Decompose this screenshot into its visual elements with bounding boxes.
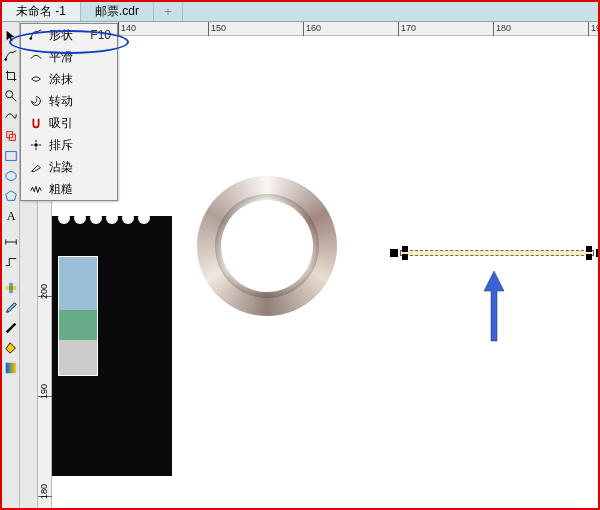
ruler-tick: 190: [591, 23, 598, 33]
flyout-smear[interactable]: 沾染: [21, 156, 117, 178]
repel-icon: [27, 138, 45, 152]
ruler-tick: 180: [39, 484, 49, 499]
svg-rect-11: [6, 363, 17, 374]
interactive-fill-tool[interactable]: [2, 358, 20, 378]
ruler-tick: 170: [401, 23, 416, 33]
flyout-attract[interactable]: 吸引: [21, 112, 117, 134]
flyout-label: 形状: [45, 27, 90, 44]
ruler-tick: 190: [39, 384, 49, 399]
tab-label: 未命名 -1: [16, 3, 66, 20]
ruler-tick: 200: [39, 284, 49, 299]
flyout-shape[interactable]: 形状 F10: [21, 24, 117, 46]
attract-icon: [27, 116, 45, 130]
tab-label: 邮票.cdr: [95, 3, 139, 20]
svg-rect-10: [9, 283, 13, 294]
flyout-label: 吸引: [45, 115, 111, 132]
plus-icon: +: [165, 5, 172, 19]
rectangle-tool[interactable]: [2, 146, 20, 166]
canvas-wrap: 140 150 160 170 180 190 200 190 180: [38, 22, 598, 508]
flyout-label: 转动: [45, 93, 111, 110]
flyout-smooth[interactable]: 平滑: [21, 46, 117, 68]
tab-untitled[interactable]: 未命名 -1: [2, 2, 81, 21]
flyout-label: 粗糙: [45, 181, 111, 198]
polygon-tool[interactable]: [2, 186, 20, 206]
svg-point-0: [4, 58, 7, 61]
canvas[interactable]: [52, 36, 598, 508]
metal-ring-object[interactable]: [197, 176, 337, 316]
handle-left[interactable]: [390, 249, 398, 257]
shape-tool-flyout: 形状 F10 平滑 涂抹 转动 吸引 排斥 沾染 粗糙: [20, 23, 118, 201]
connector-tool[interactable]: [2, 252, 20, 272]
roughen-icon: [27, 182, 45, 196]
interactive-tool[interactable]: [2, 278, 20, 298]
pick-tool[interactable]: [2, 26, 20, 46]
ruler-tick: 150: [211, 23, 226, 33]
flyout-roughen[interactable]: 粗糙: [21, 178, 117, 200]
svg-point-4: [6, 172, 17, 181]
smudge-icon: [27, 72, 45, 86]
flyout-label: 排斥: [45, 137, 111, 154]
node-handle[interactable]: [586, 254, 592, 260]
twirl-icon: [27, 94, 45, 108]
flyout-shortcut: F10: [90, 28, 111, 42]
toolbox-primary: A: [2, 22, 20, 508]
flyout-label: 沾染: [45, 159, 111, 176]
ruler-tick: 180: [496, 23, 511, 33]
tab-stamp[interactable]: 邮票.cdr: [81, 2, 154, 21]
document-tabs: 未命名 -1 邮票.cdr +: [2, 2, 598, 22]
handle-right[interactable]: [596, 249, 598, 257]
svg-line-2: [12, 97, 16, 101]
ruler-tick: 160: [306, 23, 321, 33]
svg-point-13: [34, 143, 38, 147]
freehand-tool[interactable]: [2, 106, 20, 126]
shape-tool[interactable]: [2, 46, 20, 66]
outline-tool[interactable]: [2, 318, 20, 338]
flyout-smudge[interactable]: 涂抹: [21, 68, 117, 90]
smart-fill-tool[interactable]: [2, 126, 20, 146]
zoom-tool[interactable]: [2, 86, 20, 106]
svg-text:A: A: [7, 209, 16, 223]
smooth-icon: [27, 50, 45, 64]
connector-selected[interactable]: [392, 246, 598, 260]
stamp-object[interactable]: [52, 216, 172, 476]
crop-tool[interactable]: [2, 66, 20, 86]
shape-icon: [27, 28, 45, 42]
svg-rect-3: [6, 152, 17, 161]
ruler-tick: 140: [121, 23, 136, 33]
stamp-photo: [58, 256, 98, 376]
eyedropper-tool[interactable]: [2, 298, 20, 318]
connector-line: [400, 250, 594, 256]
text-tool[interactable]: A: [2, 206, 20, 226]
node-handle[interactable]: [402, 254, 408, 260]
dimension-tool[interactable]: [2, 232, 20, 252]
svg-point-12: [29, 37, 32, 40]
svg-point-1: [6, 91, 13, 98]
node-handle[interactable]: [402, 246, 408, 252]
ruler-horizontal[interactable]: 140 150 160 170 180 190: [38, 22, 598, 36]
flyout-twirl[interactable]: 转动: [21, 90, 117, 112]
arrow-annotation: [482, 271, 506, 346]
flyout-repel[interactable]: 排斥: [21, 134, 117, 156]
tab-add[interactable]: +: [154, 2, 183, 21]
flyout-label: 平滑: [45, 49, 111, 66]
smear-icon: [27, 160, 45, 174]
flyout-label: 涂抹: [45, 71, 111, 88]
ellipse-tool[interactable]: [2, 166, 20, 186]
fill-tool[interactable]: [2, 338, 20, 358]
node-handle[interactable]: [586, 246, 592, 252]
